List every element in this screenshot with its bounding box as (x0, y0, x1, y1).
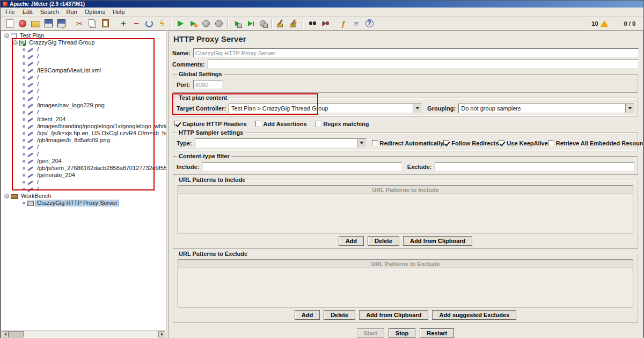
copy-button[interactable] (86, 18, 99, 30)
include-input[interactable] (202, 162, 401, 171)
tree-node-sampler[interactable]: /images/branding/googlelogo/1x/googlelog… (1, 123, 166, 130)
tree-node-sampler[interactable]: / (1, 60, 166, 67)
scroll-left-button[interactable] (2, 331, 9, 337)
pattern-button[interactable]: Add from Clipboard (403, 236, 472, 246)
scroll-right-button[interactable] (158, 331, 165, 337)
tree-horizontal-scrollbar[interactable] (2, 330, 165, 337)
tree-node-sampler[interactable]: /gen_204 (1, 158, 166, 165)
tree-node-sampler[interactable]: / (1, 109, 166, 116)
menu-item[interactable]: Run (63, 8, 82, 16)
collapse-all-button[interactable] (130, 18, 143, 30)
name-input[interactable] (193, 48, 639, 57)
pattern-button[interactable]: Delete (324, 310, 355, 320)
tree-node-test-plan[interactable]: Test Plan (1, 32, 166, 39)
expand-toggle-icon[interactable] (4, 33, 9, 38)
tree-node-sampler[interactable]: / (1, 88, 166, 95)
menu-item[interactable]: Help (109, 8, 129, 16)
tree-node-sampler[interactable]: /xjs/_/js/k=xjs.hp.en_US.OxCgLczvR4.O/m=… (1, 130, 166, 137)
tree-node-sampler[interactable]: / (1, 186, 166, 193)
pattern-button[interactable]: Add suggested Excludes (432, 310, 516, 320)
tree-node-sampler[interactable]: /client_204 (1, 116, 166, 123)
open-file-button[interactable] (29, 18, 42, 30)
leaf-knob-icon (23, 90, 25, 93)
checkbox[interactable]: Regex matching (316, 121, 369, 127)
start-no-timers-button[interactable] (187, 18, 200, 30)
menu-item[interactable]: Search (37, 8, 63, 16)
save-as-button[interactable] (55, 18, 68, 30)
new-file-button[interactable] (3, 18, 16, 30)
tree-node-sampler[interactable]: / (1, 95, 166, 102)
expand-all-button[interactable] (117, 18, 130, 30)
remote-stop-button[interactable] (257, 18, 269, 30)
table-body[interactable] (178, 194, 633, 233)
checkbox[interactable]: Capture HTTP Headers (174, 121, 247, 127)
pattern-button[interactable]: Add (295, 310, 320, 320)
tree-node-sampler[interactable]: / (1, 81, 166, 88)
tree-node-sampler[interactable]: /gb/js/sem_27686162dacb2858a870127732e9f… (1, 165, 166, 172)
type-select[interactable] (195, 138, 367, 148)
scrollbar-thumb[interactable] (9, 331, 24, 337)
menu-item[interactable]: Options (82, 8, 109, 16)
templates-button[interactable] (16, 18, 29, 30)
chevron-down-icon[interactable] (413, 104, 421, 113)
pattern-button[interactable]: Add (339, 236, 364, 246)
checkbox[interactable]: Retrieve All Embedded Resources from HTM… (548, 140, 643, 146)
chevron-down-icon[interactable] (625, 104, 634, 113)
log-error-indicator[interactable]: 10 (591, 20, 608, 27)
tree-node-sampler[interactable]: /IE9CompatViewList.xml (1, 67, 166, 74)
remote-start-all-button[interactable] (244, 18, 257, 30)
save-button[interactable] (42, 18, 55, 30)
checkbox[interactable]: Follow Redirects (443, 140, 499, 146)
port-input[interactable] (193, 80, 223, 89)
tree-node-sampler[interactable]: /generate_204 (1, 172, 166, 179)
table-body[interactable] (178, 268, 633, 307)
group-title: URL Patterns to Include (177, 177, 247, 183)
checkbox[interactable]: Use KeepAlive (499, 140, 547, 146)
tree-node-sampler[interactable]: / (1, 74, 166, 81)
clear-button[interactable] (275, 18, 288, 30)
exclude-input[interactable] (435, 162, 634, 171)
start-proxy-button[interactable]: Start (357, 328, 384, 338)
stop-button[interactable] (200, 18, 213, 30)
stop-proxy-button[interactable]: Stop (389, 328, 415, 338)
start-button[interactable] (174, 18, 187, 30)
menu-item[interactable]: Edit (19, 8, 37, 16)
pattern-button[interactable]: Add from Clipboard (359, 310, 428, 320)
chevron-down-icon[interactable] (357, 139, 366, 148)
options-list-button[interactable] (350, 18, 363, 30)
include-patterns-table[interactable]: URL Patterns to Include (178, 185, 633, 233)
clear-all-button[interactable] (288, 18, 301, 30)
paste-button[interactable] (99, 18, 112, 30)
target-controller-select[interactable]: Test Plan > CrazzyGig Thread Group (229, 104, 422, 113)
search-button[interactable] (306, 18, 319, 30)
tree-node-sampler[interactable]: /gb/images/b_8d5afc09.png (1, 137, 166, 144)
help-button[interactable] (363, 18, 376, 30)
comments-input[interactable] (208, 60, 639, 69)
checkbox[interactable]: Add Assertions (255, 121, 307, 127)
cut-button[interactable] (73, 18, 86, 30)
tree-node-thread-group[interactable]: CrazzyGig Thread Group (1, 39, 166, 46)
search-reset-button[interactable] (319, 18, 332, 30)
function-helper-button[interactable] (337, 18, 350, 30)
tree-node-sampler[interactable]: / (1, 151, 166, 158)
tree-node-workbench[interactable]: WorkBench (1, 193, 166, 200)
shutdown-button[interactable] (213, 18, 225, 30)
tree-node-proxy-server[interactable]: CrazzyGig HTTP Proxy Server (1, 200, 166, 207)
pattern-button[interactable]: Delete (368, 236, 399, 246)
tree-node-sampler[interactable]: / (1, 144, 166, 151)
restart-proxy-button[interactable]: Restart (420, 328, 454, 338)
menu-item[interactable]: File (2, 8, 19, 16)
checkbox[interactable]: Redirect Automatically (372, 140, 444, 146)
checkbox-box (548, 140, 554, 146)
tree-node-sampler[interactable]: /images/nav_logo229.png (1, 102, 166, 109)
expand-toggle-icon[interactable] (13, 40, 18, 45)
expand-toggle-icon[interactable] (4, 194, 9, 199)
remote-start-button[interactable] (231, 18, 244, 30)
lightning-button[interactable] (156, 18, 169, 30)
tree-node-sampler[interactable]: / (1, 53, 166, 60)
tree-node-sampler[interactable]: / (1, 46, 166, 53)
tree-node-sampler[interactable]: / (1, 179, 166, 186)
exclude-patterns-table[interactable]: URL Patterns to Exclude (178, 259, 633, 307)
toggle-button[interactable] (143, 18, 156, 30)
grouping-select[interactable]: Do not group samplers (458, 104, 634, 113)
